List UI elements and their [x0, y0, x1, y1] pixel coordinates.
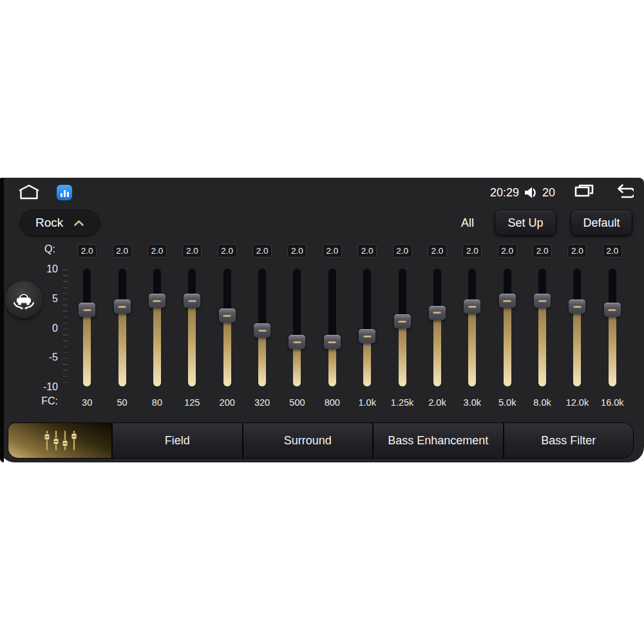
- slider-handle[interactable]: [289, 335, 305, 349]
- slider-track-filled[interactable]: [609, 310, 616, 386]
- slider-track-filled[interactable]: [468, 307, 476, 386]
- gain-slider[interactable]: [468, 269, 476, 386]
- q-value: 2.0: [147, 244, 167, 258]
- volume-icon[interactable]: [523, 185, 538, 200]
- q-value: 2.0: [182, 244, 202, 258]
- slider-track-filled[interactable]: [83, 310, 91, 386]
- tab-field[interactable]: Field: [111, 423, 242, 458]
- eq-band: 2.0 50: [104, 240, 139, 417]
- slider-handle[interactable]: [604, 303, 621, 317]
- q-value: 2.0: [113, 244, 132, 258]
- volume-value: 20: [542, 186, 555, 200]
- eq-band: 2.0 12.0k: [560, 240, 594, 417]
- q-row-label: Q:: [44, 243, 55, 255]
- all-label[interactable]: All: [461, 216, 474, 230]
- frequency-label: 125: [184, 397, 200, 408]
- slider-track-upper[interactable]: [399, 269, 406, 321]
- slider-track-filled[interactable]: [188, 301, 196, 386]
- status-bar: 20:29 20: [0, 182, 644, 204]
- gain-slider[interactable]: [293, 269, 301, 386]
- slider-track-upper[interactable]: [363, 269, 371, 336]
- gain-slider[interactable]: [363, 269, 371, 386]
- gain-slider[interactable]: [118, 269, 126, 386]
- sound-position-car-button[interactable]: [5, 281, 43, 318]
- slider-track-upper[interactable]: [293, 269, 301, 342]
- q-value: 2.0: [393, 244, 412, 258]
- slider-track-filled[interactable]: [223, 316, 231, 386]
- gain-slider[interactable]: [223, 269, 231, 386]
- frequency-label: 8.0k: [533, 397, 551, 408]
- gain-slider[interactable]: [328, 269, 336, 386]
- eq-band: 2.0 125: [175, 240, 209, 417]
- q-value: 2.0: [462, 244, 482, 258]
- slider-track-upper[interactable]: [328, 269, 336, 342]
- slider-handle[interactable]: [219, 308, 236, 323]
- slider-track-filled[interactable]: [153, 301, 161, 386]
- slider-handle[interactable]: [184, 294, 200, 308]
- gain-tick-marks: [63, 269, 68, 388]
- bands: 2.0 30 2.0 50 2.0 80 2.0 12: [70, 240, 630, 417]
- eq-band: 2.0 320: [245, 240, 279, 417]
- slider-track-filled[interactable]: [433, 313, 441, 386]
- gain-slider[interactable]: [399, 269, 406, 386]
- slider-track-filled[interactable]: [399, 321, 406, 386]
- tab-equalizer[interactable]: [8, 423, 111, 458]
- slider-handle[interactable]: [534, 294, 551, 308]
- recent-apps-icon[interactable]: [573, 183, 595, 203]
- eq-band: 2.0 16.0k: [595, 240, 630, 417]
- tab-label: Field: [165, 434, 190, 448]
- slider-handle[interactable]: [324, 335, 341, 349]
- slider-handle[interactable]: [464, 299, 480, 314]
- slider-handle[interactable]: [569, 299, 585, 314]
- gain-slider[interactable]: [538, 269, 546, 386]
- slider-track-filled[interactable]: [573, 307, 581, 386]
- preset-dropdown[interactable]: Rock: [21, 210, 99, 236]
- frequency-label: 1.25k: [391, 397, 413, 408]
- slider-handle[interactable]: [499, 294, 516, 308]
- slider-track-filled[interactable]: [258, 330, 266, 386]
- gain-slider[interactable]: [188, 269, 196, 386]
- gain-slider[interactable]: [504, 269, 511, 386]
- slider-track-filled[interactable]: [538, 301, 546, 386]
- gain-slider[interactable]: [153, 269, 161, 386]
- gain-slider[interactable]: [609, 269, 616, 386]
- gain-slider[interactable]: [433, 269, 441, 386]
- slider-track-filled[interactable]: [504, 301, 511, 386]
- eq-band: 2.0 30: [70, 240, 104, 417]
- slider-handle[interactable]: [359, 329, 375, 343]
- default-button[interactable]: Default: [571, 210, 632, 236]
- home-icon[interactable]: [17, 183, 41, 203]
- gain-scale-label: -10: [32, 380, 58, 394]
- gain-scale-label: -5: [32, 350, 58, 365]
- slider-handle[interactable]: [149, 294, 166, 308]
- frequency-label: 30: [82, 397, 92, 408]
- tab-bass-enhancement[interactable]: Bass Enhancement: [372, 423, 503, 458]
- slider-track-filled[interactable]: [363, 336, 371, 386]
- eq-band: 2.0 8.0k: [525, 240, 560, 417]
- slider-handle[interactable]: [254, 323, 270, 337]
- slider-track-filled[interactable]: [118, 307, 126, 386]
- gain-slider[interactable]: [573, 269, 581, 386]
- eq-band: 2.0 80: [140, 240, 175, 417]
- tab-bass-filter[interactable]: Bass Filter: [503, 423, 634, 458]
- slider-handle[interactable]: [114, 299, 131, 314]
- gain-slider[interactable]: [258, 269, 266, 386]
- eq-band: 2.0 1.0k: [350, 240, 384, 417]
- q-value: 2.0: [498, 244, 517, 258]
- slider-track-upper[interactable]: [258, 269, 266, 330]
- tab-label: Surround: [284, 434, 332, 448]
- slider-handle[interactable]: [394, 314, 411, 328]
- back-icon[interactable]: [613, 184, 634, 202]
- gain-slider[interactable]: [83, 269, 91, 386]
- setup-button[interactable]: Set Up: [495, 210, 556, 236]
- equalizer-app-icon[interactable]: [57, 185, 72, 200]
- tab-surround[interactable]: Surround: [242, 423, 373, 458]
- q-value: 2.0: [218, 244, 237, 258]
- q-value: 2.0: [603, 244, 622, 258]
- slider-handle[interactable]: [429, 306, 446, 320]
- frequency-label: 12.0k: [566, 397, 589, 408]
- eq-band: 2.0 2.0k: [420, 240, 455, 417]
- q-value: 2.0: [252, 244, 272, 258]
- eq-band: 2.0 3.0k: [455, 240, 489, 417]
- slider-handle[interactable]: [79, 303, 95, 317]
